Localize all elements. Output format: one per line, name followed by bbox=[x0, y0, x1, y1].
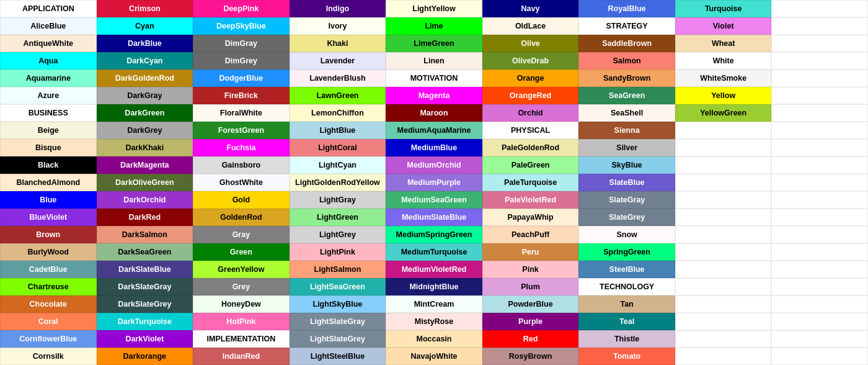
color-cell-93: LightGoldenRodYellow bbox=[290, 174, 386, 191]
color-cell-42: SandyBrown bbox=[578, 70, 675, 87]
color-cell-45: Azure bbox=[0, 87, 97, 104]
color-cell-68: PHYSICAL bbox=[482, 122, 579, 139]
color-cell-23: Olive bbox=[482, 35, 579, 52]
color-cell-155: HoneyDew bbox=[193, 295, 290, 313]
color-cell-44 bbox=[771, 70, 868, 87]
color-cell-148: MidnightBlue bbox=[386, 278, 482, 295]
color-cell-104: PaleVioletRed bbox=[482, 191, 579, 209]
color-cell-81: Black bbox=[0, 156, 97, 174]
color-cell-188 bbox=[771, 348, 868, 365]
color-cell-135: CadetBlue bbox=[0, 261, 97, 278]
color-cell-137: GreenYellow bbox=[193, 261, 290, 278]
color-cell-169 bbox=[675, 313, 772, 330]
color-cell-160 bbox=[675, 295, 772, 313]
color-grid: APPLICATIONCrimsonDeepPinkIndigoLightYel… bbox=[0, 0, 868, 365]
color-cell-13: Lime bbox=[386, 17, 482, 35]
color-cell-14: OldLace bbox=[482, 17, 579, 35]
color-cell-129: LightPink bbox=[290, 243, 386, 261]
color-cell-177: Thistle bbox=[578, 330, 675, 348]
color-cell-26 bbox=[771, 35, 868, 52]
color-cell-3: Indigo bbox=[290, 0, 386, 17]
color-cell-72: Bisque bbox=[0, 139, 97, 156]
color-cell-105: SlateGray bbox=[578, 191, 675, 209]
color-cell-46: DarkGray bbox=[97, 87, 193, 104]
color-cell-54: BUSINESS bbox=[0, 104, 97, 122]
color-cell-185: RosyBrown bbox=[482, 348, 579, 365]
color-cell-146: Grey bbox=[193, 278, 290, 295]
color-cell-63: Beige bbox=[0, 122, 97, 139]
color-cell-108: BlueViolet bbox=[0, 209, 97, 226]
color-cell-140: Pink bbox=[482, 261, 579, 278]
color-cell-109: DarkRed bbox=[97, 209, 193, 226]
color-cell-100: DarkOrchid bbox=[97, 191, 193, 209]
color-cell-162: Coral bbox=[0, 313, 97, 330]
color-cell-73: DarkKhaki bbox=[97, 139, 193, 156]
color-cell-126: BurlyWood bbox=[0, 243, 97, 261]
color-cell-116 bbox=[771, 209, 868, 226]
color-cell-150: TECHNOLOGY bbox=[578, 278, 675, 295]
color-cell-96: SlateBlue bbox=[578, 174, 675, 191]
color-cell-32: OliveDrab bbox=[482, 52, 579, 70]
color-cell-106 bbox=[675, 191, 772, 209]
color-cell-85: MediumOrchid bbox=[386, 156, 482, 174]
color-cell-122: PeachPuff bbox=[482, 226, 579, 243]
color-cell-24: SaddleBrown bbox=[578, 35, 675, 52]
color-cell-167: Purple bbox=[482, 313, 579, 330]
color-cell-89 bbox=[771, 156, 868, 174]
color-cell-11: DeepSkyBlue bbox=[193, 17, 290, 35]
color-cell-1: Crimson bbox=[97, 0, 193, 17]
color-cell-156: LightSkyBlue bbox=[290, 295, 386, 313]
color-cell-84: LightCyan bbox=[290, 156, 386, 174]
color-cell-161 bbox=[771, 295, 868, 313]
color-cell-59: Orchid bbox=[482, 104, 579, 122]
color-cell-178 bbox=[675, 330, 772, 348]
color-cell-30: Lavender bbox=[290, 52, 386, 70]
color-cell-175: Moccasin bbox=[386, 330, 482, 348]
color-cell-9: AliceBlue bbox=[0, 17, 97, 35]
color-cell-99: Blue bbox=[0, 191, 97, 209]
color-cell-107 bbox=[771, 191, 868, 209]
color-cell-64: DarkGrey bbox=[97, 122, 193, 139]
color-cell-60: SeaShell bbox=[578, 104, 675, 122]
color-cell-103: MediumSeaGreen bbox=[386, 191, 482, 209]
color-cell-186: Tomato bbox=[578, 348, 675, 365]
color-cell-158: PowderBlue bbox=[482, 295, 579, 313]
color-cell-41: Orange bbox=[482, 70, 579, 87]
color-cell-36: Aquamarine bbox=[0, 70, 97, 87]
color-cell-34: White bbox=[675, 52, 772, 70]
color-cell-19: DarkBlue bbox=[97, 35, 193, 52]
color-cell-153: Chocolate bbox=[0, 295, 97, 313]
color-cell-55: DarkGreen bbox=[97, 104, 193, 122]
color-cell-51: SeaGreen bbox=[578, 87, 675, 104]
color-cell-61: YellowGreen bbox=[675, 104, 772, 122]
color-cell-157: MintCream bbox=[386, 295, 482, 313]
color-cell-53 bbox=[771, 87, 868, 104]
color-cell-132: SpringGreen bbox=[578, 243, 675, 261]
color-cell-123: Snow bbox=[578, 226, 675, 243]
color-cell-16: Violet bbox=[675, 17, 772, 35]
color-cell-179 bbox=[771, 330, 868, 348]
color-cell-176: Red bbox=[482, 330, 579, 348]
color-cell-6: RoyalBlue bbox=[578, 0, 675, 17]
color-cell-87: SkyBlue bbox=[578, 156, 675, 174]
color-cell-48: LawnGreen bbox=[290, 87, 386, 104]
color-cell-0: APPLICATION bbox=[0, 0, 97, 17]
color-cell-184: NavajoWhite bbox=[386, 348, 482, 365]
color-cell-182: IndianRed bbox=[193, 348, 290, 365]
color-cell-79 bbox=[675, 139, 772, 156]
color-cell-118: DarkSalmon bbox=[97, 226, 193, 243]
color-cell-139: MediumVioletRed bbox=[386, 261, 482, 278]
color-cell-119: Gray bbox=[193, 226, 290, 243]
color-cell-66: LightBlue bbox=[290, 122, 386, 139]
color-cell-18: AntiqueWhite bbox=[0, 35, 97, 52]
color-cell-111: LightGreen bbox=[290, 209, 386, 226]
color-cell-163: DarkTurquoise bbox=[97, 313, 193, 330]
color-cell-187 bbox=[675, 348, 772, 365]
color-cell-56: FloralWhite bbox=[193, 104, 290, 122]
color-cell-173: IMPLEMENTATION bbox=[193, 330, 290, 348]
color-cell-8 bbox=[771, 0, 868, 17]
color-cell-136: DarkSlateBlue bbox=[97, 261, 193, 278]
color-cell-69: Sienna bbox=[578, 122, 675, 139]
color-cell-7: Turquoise bbox=[675, 0, 772, 17]
color-cell-35 bbox=[771, 52, 868, 70]
